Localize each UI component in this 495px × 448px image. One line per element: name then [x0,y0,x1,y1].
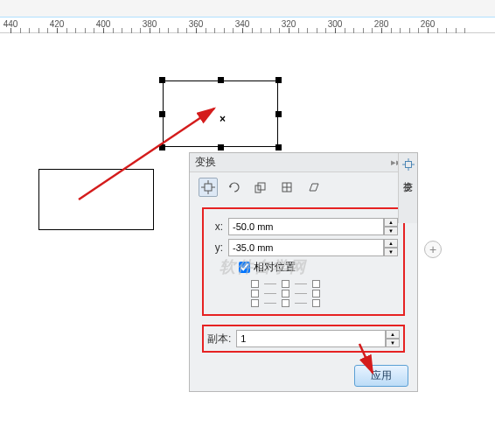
rotate-mode-icon[interactable] [225,178,244,197]
svg-rect-1 [205,184,212,191]
relative-position-checkbox[interactable] [239,262,250,273]
resize-handle-tr[interactable] [275,77,282,83]
copies-input[interactable] [236,330,386,347]
anchor-br[interactable] [312,299,320,307]
transform-tab-icon [402,158,415,171]
transform-panel: 变换 ▸▸ × 软件自学网 x: ▲ [189,152,418,392]
copy-rectangle[interactable] [38,169,154,230]
apply-button[interactable]: 应用 [354,365,408,387]
y-input[interactable] [228,239,384,256]
side-tab[interactable]: 变换 [398,153,417,223]
copies-spin-down[interactable]: ▼ [386,339,400,347]
anchor-tr[interactable] [312,280,320,288]
copies-label: 副本: [207,332,231,346]
resize-handle-t[interactable] [218,77,224,83]
anchor-r[interactable] [312,290,320,298]
toolbar-strip [0,0,495,18]
x-spin-down[interactable]: ▼ [384,227,398,235]
selected-rectangle[interactable]: × [163,80,278,147]
anchor-b[interactable] [282,299,289,307]
x-input[interactable] [228,218,384,235]
panel-title: 变换 [195,155,391,170]
anchor-l[interactable] [251,290,259,298]
panel-titlebar[interactable]: 变换 ▸▸ × [190,153,417,172]
resize-handle-tl[interactable] [159,77,165,83]
svg-rect-11 [405,162,411,168]
resize-handle-b[interactable] [218,144,224,150]
anchor-c[interactable] [282,290,289,298]
svg-rect-7 [258,183,265,190]
horizontal-ruler: 440420400380360340320300280260 [0,18,495,33]
resize-handle-l[interactable] [159,111,165,117]
y-label: y: [209,242,223,254]
scale-mode-icon[interactable] [251,178,270,197]
anchor-grid [251,280,398,307]
size-mode-icon[interactable] [277,178,296,197]
add-panel-icon[interactable]: + [424,241,442,258]
skew-mode-icon[interactable] [303,178,323,197]
copies-spin-up[interactable]: ▲ [386,330,400,339]
copies-row: 副本: ▲ ▼ [202,325,405,353]
transform-mode-row [190,172,417,202]
position-mode-icon[interactable] [199,178,218,197]
anchor-t[interactable] [282,280,289,288]
x-spin-up[interactable]: ▲ [384,218,398,227]
relative-position-label: 相对位置 [254,260,296,275]
resize-handle-bl[interactable] [159,144,165,150]
anchor-bl[interactable] [251,299,259,307]
y-spin-down[interactable]: ▼ [384,248,398,256]
anchor-tl[interactable] [251,280,259,288]
x-label: x: [209,220,223,233]
resize-handle-br[interactable] [275,144,282,150]
position-fields-group: 软件自学网 x: ▲ ▼ y: ▲ ▼ 相对位置 [202,207,405,316]
resize-handle-r[interactable] [275,111,282,117]
selection-center-mark: × [220,113,226,125]
y-spin-up[interactable]: ▲ [384,239,398,248]
